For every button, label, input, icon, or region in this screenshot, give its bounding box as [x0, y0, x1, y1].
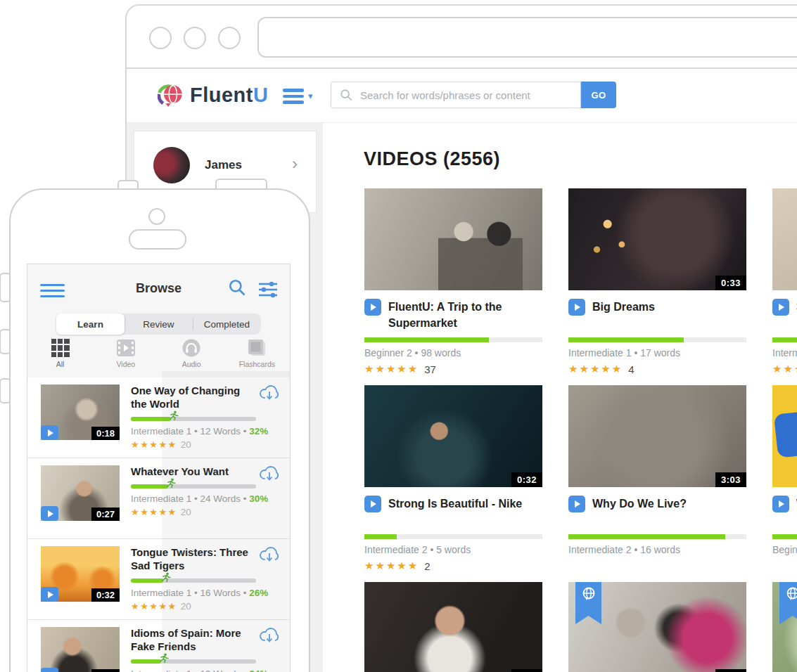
rating-count: 4 [628, 363, 634, 375]
url-bar[interactable] [257, 17, 797, 58]
play-icon[interactable] [772, 496, 789, 512]
tab-review[interactable]: Review [125, 314, 193, 335]
video-thumbnail[interactable]: 0:18 [41, 385, 120, 440]
video-thumbnail[interactable]: 3:03 [568, 385, 746, 487]
video-thumbnail[interactable]: 0:32 [41, 546, 120, 602]
phone-filter-sliders-icon[interactable] [257, 280, 279, 301]
go-button[interactable]: GO [581, 82, 616, 108]
list-item[interactable]: 0:18 Idioms of Spain: More Fake Friends [27, 620, 290, 672]
window-maximize-button[interactable] [218, 27, 241, 49]
rating-count: 20 [181, 601, 191, 612]
filter-audio[interactable]: Audio [159, 339, 224, 377]
play-icon[interactable] [772, 299, 789, 316]
download-cloud-icon[interactable] [259, 627, 280, 647]
video-card[interactable]: 0:32 Strong Is Beautiful - Nike Intermed… [364, 385, 542, 580]
phone-search-icon[interactable] [228, 278, 246, 299]
video-thumbnail[interactable] [772, 385, 797, 487]
play-icon[interactable] [568, 496, 585, 512]
progress-bar [131, 659, 256, 664]
flashcards-icon [247, 339, 267, 357]
download-cloud-icon[interactable] [259, 546, 280, 566]
video-card[interactable]: W Beginner [772, 385, 797, 580]
search-bar: GO [331, 82, 616, 108]
video-meta: Intermediate 2 • 16 words [568, 544, 746, 555]
video-thumbnail[interactable]: 0:27 [41, 465, 120, 521]
video-title[interactable]: Why Do We Live? [592, 496, 687, 528]
filter-video[interactable]: Video [93, 339, 158, 377]
list-item[interactable]: 0:27 Whatever You Want Intermediate 1 • [27, 458, 290, 539]
duration-badge: 0:33 [715, 276, 746, 290]
video-title[interactable]: Big Dreams [592, 299, 655, 331]
play-icon[interactable] [41, 587, 58, 602]
progress-percent: 32% [249, 426, 268, 437]
duration-badge: 0:14 [511, 669, 542, 672]
download-cloud-icon[interactable] [259, 385, 280, 404]
video-thumbnail[interactable]: 0:14 [364, 582, 542, 672]
globe-icon [784, 586, 797, 603]
search-field[interactable] [331, 82, 581, 108]
video-thumbnail[interactable] [772, 188, 797, 290]
filter-all[interactable]: All [27, 339, 93, 377]
littlefox-logo [776, 413, 797, 456]
nav-menu-button[interactable]: ▾ [283, 86, 313, 107]
video-thumbnail[interactable]: 3:01 [568, 582, 746, 672]
rating-count: 20 [181, 439, 191, 450]
duration-badge: 0:32 [91, 588, 120, 602]
window-close-button[interactable] [149, 27, 172, 49]
video-title[interactable]: Idioms of Spain: More Fake Friends [131, 627, 249, 654]
chevron-right-icon: › [292, 154, 298, 174]
video-card[interactable]: FluentU: A Trip to the Supermarket Begin… [364, 188, 542, 383]
video-title[interactable]: Strong Is Beautiful - Nike [388, 496, 522, 528]
fluentu-logo[interactable]: FluentU [158, 82, 268, 108]
video-card[interactable]: 3 Intermediate ★★★ [772, 188, 797, 383]
filter-label: Audio [182, 360, 201, 368]
hamburger-icon [283, 86, 304, 107]
video-thumbnail[interactable]: 0:33 [568, 188, 746, 290]
download-cloud-icon[interactable] [259, 465, 280, 485]
video-card[interactable]: 3:01 [568, 582, 746, 672]
video-meta: Beginner 2 • 98 words [364, 347, 542, 358]
play-icon[interactable] [41, 506, 58, 521]
video-thumbnail[interactable]: 0:32 [364, 385, 542, 487]
video-card[interactable]: 0:33 Big Dreams Intermediate 1 • 17 word… [568, 188, 746, 383]
video-thumbnail[interactable] [772, 582, 797, 672]
filter-label: Flashcards [239, 360, 275, 368]
duration-badge: 0:18 [91, 427, 120, 440]
user-name: James [205, 158, 242, 172]
video-title[interactable]: Whatever You Want [131, 465, 249, 479]
tab-completed[interactable]: Completed [193, 314, 261, 335]
list-item[interactable]: 0:18 One Way of Changing the World Inter [27, 377, 290, 458]
page-title: VIDEOS (2556) [364, 148, 500, 170]
play-icon[interactable] [41, 668, 58, 672]
progress-percent: 24% [249, 668, 268, 672]
video-title[interactable]: FluentU: A Trip to the Supermarket [388, 299, 542, 331]
video-meta: Intermediate 1 • 24 Words • 30% [131, 493, 281, 504]
progress-bar [772, 534, 797, 539]
play-icon[interactable] [568, 299, 585, 316]
star-rating: ★★★★★ [364, 560, 419, 572]
play-icon[interactable] [41, 425, 58, 440]
video-title[interactable]: Tongue Twisters: Three Sad Tigers [131, 546, 249, 573]
video-title[interactable]: One Way of Changing the World [131, 385, 249, 411]
filter-flashcards[interactable]: Flashcards [224, 339, 290, 377]
star-rating: ★★★★★20 [131, 601, 281, 612]
search-input[interactable] [359, 89, 572, 102]
video-card[interactable] [772, 582, 797, 672]
play-icon[interactable] [364, 299, 381, 316]
video-meta: Intermediate [772, 347, 797, 358]
video-card[interactable]: 3:03 Why Do We Live? Intermediate 2 • 16… [568, 385, 746, 580]
video-thumbnail[interactable] [364, 188, 542, 290]
window-controls [149, 27, 241, 49]
progress-bar [131, 579, 256, 583]
list-item[interactable]: 0:32 Tongue Twisters: Three Sad Tigers I [27, 539, 290, 620]
video-thumbnail[interactable]: 0:18 [41, 627, 120, 672]
video-card[interactable]: 0:14 [364, 582, 542, 672]
duration-badge: 0:18 [91, 669, 120, 672]
phone-nav-bar: Browse [27, 264, 290, 312]
progress-bar [131, 484, 256, 489]
play-icon[interactable] [364, 496, 381, 512]
globe-icon [580, 586, 597, 603]
progress-percent: 26% [249, 588, 268, 598]
window-minimize-button[interactable] [184, 27, 206, 49]
tab-learn[interactable]: Learn [56, 314, 125, 335]
